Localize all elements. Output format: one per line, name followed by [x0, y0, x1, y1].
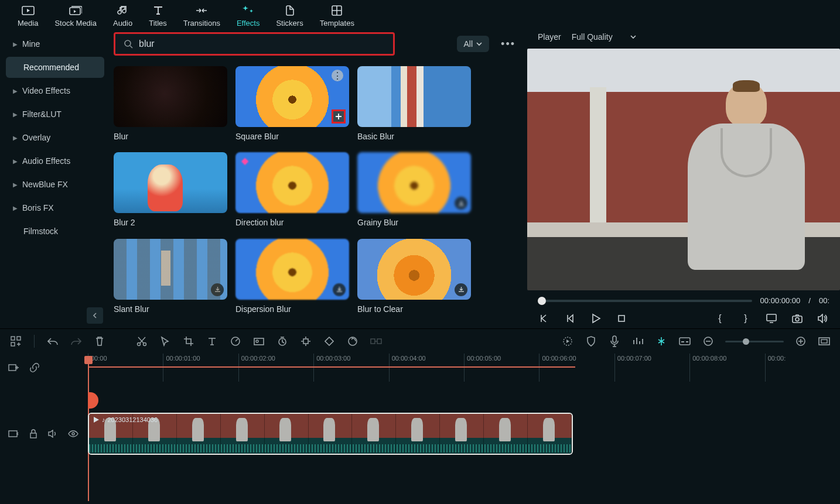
nav-tab-titles[interactable]: Titles	[149, 4, 167, 28]
undo-button[interactable]	[46, 335, 59, 348]
effect-thumbnail[interactable]	[235, 239, 349, 300]
scrub-thumb[interactable]	[538, 297, 546, 305]
nav-tab-stickers[interactable]: Stickers	[276, 4, 303, 28]
sidebar-item-video-effects[interactable]: ▶Video Effects	[6, 80, 104, 101]
effect-card[interactable]: Dispersion Blur	[235, 239, 349, 318]
sidebar-item-overlay[interactable]: ▶Overlay	[6, 127, 104, 148]
cut-button[interactable]	[135, 335, 148, 348]
marker-dropdown-button[interactable]	[561, 335, 574, 348]
track-settings-button[interactable]	[8, 430, 19, 438]
link-button[interactable]	[29, 362, 40, 373]
effect-card[interactable]: ⋮Square Blur	[235, 66, 349, 145]
add-effect-button[interactable]	[332, 109, 346, 124]
text-tool-button[interactable]	[206, 335, 218, 348]
chevron-right-icon: ▶	[13, 135, 18, 141]
effect-thumbnail[interactable]	[114, 66, 227, 127]
nav-tab-media[interactable]: Media	[18, 4, 38, 28]
download-icon[interactable]	[455, 197, 467, 210]
lock-track-button[interactable]	[29, 429, 37, 438]
preview-viewport[interactable]	[527, 49, 840, 290]
step-back-button[interactable]	[564, 312, 576, 325]
display-button[interactable]	[765, 312, 778, 325]
duration-button[interactable]	[276, 335, 289, 348]
nav-tab-audio[interactable]: Audio	[113, 4, 132, 28]
sidebar-item-audio-effects[interactable]: ▶Audio Effects	[6, 150, 104, 172]
filter-dropdown[interactable]: All	[457, 36, 490, 52]
sidebar-item-filter-lut[interactable]: ▶Filter&LUT	[6, 104, 104, 125]
zoom-slider[interactable]	[725, 341, 784, 342]
delete-button[interactable]	[93, 335, 106, 348]
effect-card[interactable]: Blur 2	[114, 152, 227, 231]
effect-card[interactable]: Basic Blur	[357, 66, 471, 145]
layout-button[interactable]	[9, 335, 22, 348]
sidebar-item-boris-fx[interactable]: ▶Boris FX	[6, 197, 104, 218]
stop-button[interactable]	[615, 312, 628, 325]
sidebar-item-filmstock[interactable]: Filmstock	[6, 221, 104, 242]
more-options-button[interactable]: •••	[497, 38, 519, 50]
render-button[interactable]	[346, 335, 359, 348]
mute-track-button[interactable]	[48, 430, 57, 438]
zoom-fit-button[interactable]	[818, 335, 831, 348]
quality-label: Full Quality	[572, 32, 613, 42]
sidebar-item-newblue-fx[interactable]: ▶NewBlue FX	[6, 174, 104, 195]
collapse-sidebar-button[interactable]	[87, 307, 103, 324]
options-icon[interactable]: ⋮	[332, 70, 343, 81]
subtitle-button[interactable]	[678, 335, 691, 348]
effect-thumbnail[interactable]: ⋮	[235, 66, 349, 127]
prev-frame-button[interactable]	[538, 312, 551, 325]
mark-in-button[interactable]: {	[713, 312, 726, 325]
zoom-out-button[interactable]	[702, 335, 715, 348]
timeline-ruler[interactable]: 00:0000:00:01:0000:00:02:0000:00:03:0000…	[88, 354, 840, 382]
add-track-button[interactable]	[8, 363, 19, 372]
effect-label: Blur	[114, 132, 227, 141]
keyframe-button[interactable]	[323, 335, 336, 348]
search-box[interactable]	[114, 32, 395, 56]
effect-thumbnail[interactable]	[357, 239, 471, 300]
effect-thumbnail[interactable]: ◆	[235, 152, 349, 213]
effect-thumbnail[interactable]	[114, 152, 227, 213]
nav-tab-templates[interactable]: Templates	[320, 4, 354, 28]
play-button[interactable]	[589, 312, 602, 325]
volume-button[interactable]	[817, 312, 829, 325]
speed-button[interactable]	[229, 335, 242, 348]
video-clip[interactable]: ♪ 20230312134036	[88, 413, 573, 455]
play-range-line	[88, 366, 575, 368]
select-tool-button[interactable]	[159, 335, 172, 348]
effect-card[interactable]: Blur to Clear	[357, 239, 471, 318]
sidebar-item-recommended[interactable]: Recommended	[6, 57, 104, 78]
hide-track-button[interactable]	[68, 430, 78, 437]
effect-thumbnail[interactable]	[357, 152, 471, 213]
download-icon[interactable]	[211, 283, 224, 296]
effect-thumbnail[interactable]	[114, 239, 227, 300]
effect-card[interactable]: Blur	[114, 66, 227, 145]
quality-dropdown[interactable]: Full Quality	[572, 32, 636, 42]
shield-button[interactable]	[585, 335, 597, 348]
nav-tab-transitions[interactable]: Transitions	[183, 4, 220, 28]
effect-card[interactable]: ◆Direction blur	[235, 152, 349, 231]
track-motion-button[interactable]	[299, 335, 312, 348]
group-button[interactable]	[370, 335, 383, 348]
nav-tab-stock-media[interactable]: Stock Media	[54, 4, 97, 28]
sidebar-label: Filter&LUT	[22, 109, 62, 119]
scrub-bar[interactable]	[538, 300, 752, 302]
download-icon[interactable]	[455, 283, 467, 296]
transitions-icon	[194, 4, 209, 18]
stickers-icon	[283, 4, 297, 18]
crop-button[interactable]	[182, 335, 195, 348]
effect-thumbnail[interactable]	[357, 66, 471, 127]
effect-card[interactable]: Slant Blur	[114, 239, 227, 318]
search-input[interactable]	[139, 39, 385, 49]
effect-card[interactable]: Grainy Blur	[357, 152, 471, 231]
nav-tab-effects[interactable]: Effects	[237, 4, 260, 28]
mark-out-button[interactable]: }	[739, 312, 752, 325]
snap-button[interactable]	[655, 335, 668, 348]
redo-button[interactable]	[70, 335, 83, 348]
sidebar-item-mine[interactable]: ▶Mine	[6, 33, 104, 54]
voiceover-button[interactable]	[608, 335, 621, 348]
zoom-in-button[interactable]	[794, 335, 807, 348]
clip-marker[interactable]	[88, 392, 98, 409]
color-button[interactable]	[252, 335, 265, 348]
download-icon[interactable]	[333, 283, 346, 296]
snapshot-button[interactable]	[791, 312, 804, 325]
audio-mixer-button[interactable]	[631, 335, 644, 348]
